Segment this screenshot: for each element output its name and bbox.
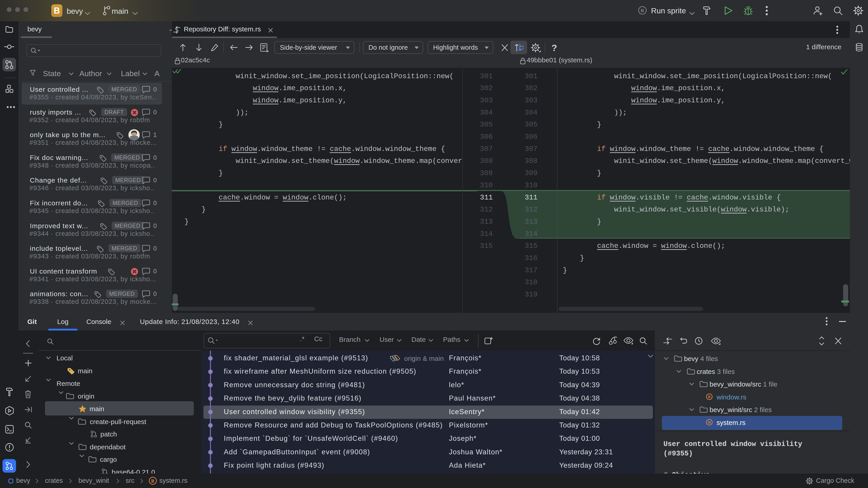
svg-text:R: R	[708, 395, 711, 399]
svg-text:R: R	[641, 8, 645, 13]
svg-text:R: R	[708, 420, 711, 424]
svg-text:R: R	[151, 479, 155, 484]
